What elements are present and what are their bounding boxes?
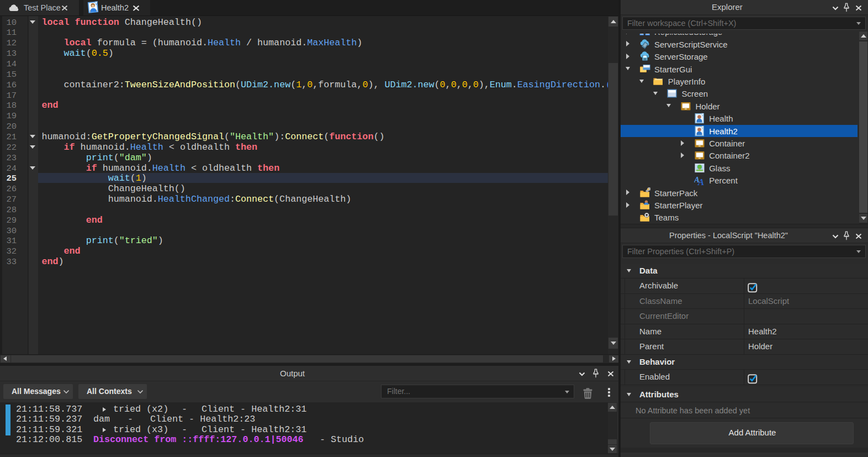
svg-text:A: A — [697, 177, 704, 186]
